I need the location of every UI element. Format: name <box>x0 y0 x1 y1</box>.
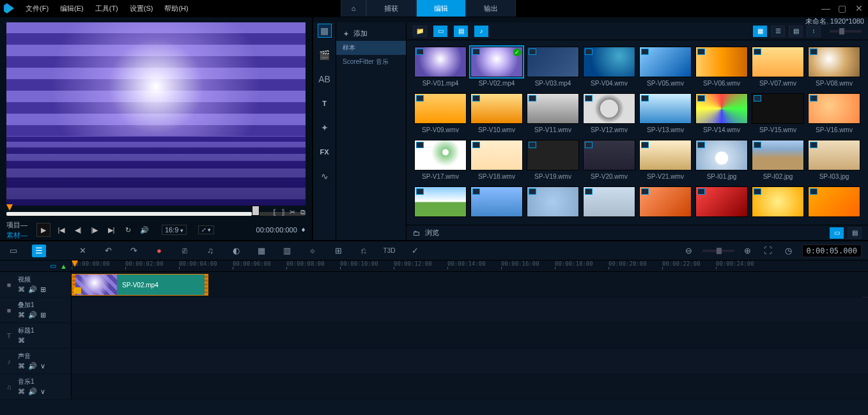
maximize-button[interactable]: ▢ <box>837 3 848 13</box>
clip-handle-right[interactable] <box>205 275 208 295</box>
zoom-in-button[interactable]: ⊕ <box>741 245 755 257</box>
transition-tool[interactable]: AB <box>318 72 332 86</box>
audio-mixer-button[interactable]: ⎚ <box>178 245 192 257</box>
menu-file[interactable]: 文件(F) <box>26 4 49 13</box>
aspect-ratio-selector[interactable]: 16:9 ▾ <box>162 225 187 235</box>
track-ctrl[interactable]: ∨ <box>40 362 45 370</box>
preview-timecode[interactable]: 00:00:00:000 ♦ <box>256 226 306 234</box>
browse-icon[interactable]: 🗀 <box>413 229 420 237</box>
minimize-button[interactable]: — <box>821 3 831 13</box>
media-thumb[interactable]: SP-V21.wmv <box>639 140 692 180</box>
show-timeline-button[interactable]: ▭ <box>830 227 844 239</box>
track-ctrl[interactable]: ⌘ <box>18 311 25 319</box>
preview-viewport[interactable] <box>6 22 306 206</box>
browse-label[interactable]: 浏览 <box>425 228 439 238</box>
track-lane[interactable] <box>72 298 868 322</box>
show-lib-button[interactable]: ▤ <box>848 227 862 239</box>
add-category-button[interactable]: ＋添加 <box>336 26 406 41</box>
tab-home[interactable]: ⌂ <box>341 0 366 17</box>
3d-button[interactable]: T3D <box>382 245 396 257</box>
track-ctrl[interactable]: ⌘ <box>18 362 25 370</box>
media-thumb[interactable] <box>639 186 692 220</box>
title-tool[interactable]: T <box>318 96 332 110</box>
category-scorefitter[interactable]: ScoreFitter 音乐 <box>336 55 406 69</box>
media-thumb[interactable]: SP-V13.wmv <box>639 93 692 133</box>
motion-button[interactable]: ✓ <box>408 245 422 257</box>
graphic-tool[interactable]: ✦ <box>318 121 332 135</box>
prev-frame-button[interactable]: ◀| <box>72 224 84 236</box>
media-thumb[interactable]: SP-V17.wmv <box>414 140 467 180</box>
timeline-timecode[interactable]: 0:00:05.000 <box>802 245 862 257</box>
media-thumb[interactable]: SP-V11.wmv <box>527 93 579 133</box>
mode-project[interactable]: 项目— <box>6 220 27 230</box>
track-header[interactable]: ■视频⌘🔊⊞ <box>0 272 72 297</box>
media-thumb[interactable] <box>583 186 635 220</box>
track-ctrl[interactable]: 🔊 <box>28 311 37 319</box>
mark-out-icon[interactable]: ⟧ <box>281 208 284 216</box>
tab-capture[interactable]: 捕获 <box>366 0 416 17</box>
track-lane[interactable] <box>72 349 868 374</box>
split-icon[interactable]: ✂ <box>290 208 295 216</box>
track-ctrl[interactable]: 🔊 <box>28 285 37 294</box>
ruler-expand-icon[interactable]: ▲ <box>60 262 67 270</box>
next-frame-button[interactable]: |▶ <box>89 224 100 236</box>
mark-in-icon[interactable]: ⟦ <box>273 208 276 216</box>
panel-grip[interactable] <box>313 17 868 22</box>
media-thumb[interactable]: SP-V12.wmv <box>583 93 635 133</box>
track-ctrl[interactable]: ⊞ <box>40 311 46 319</box>
ruler-toggle-icon[interactable]: ▭ <box>50 262 56 270</box>
fit-button[interactable]: ⛶ <box>761 245 775 257</box>
subtitle-button[interactable]: ⟐ <box>306 245 320 257</box>
track-ctrl[interactable]: ⊞ <box>40 285 46 294</box>
scrub-start-marker[interactable] <box>6 204 13 211</box>
media-thumb[interactable]: SP-V08.wmv <box>808 47 860 87</box>
chapter-button[interactable]: ▥ <box>280 245 294 257</box>
thumb-size-slider[interactable] <box>830 30 862 33</box>
track-ctrl[interactable]: 🔊 <box>28 362 37 370</box>
media-thumb[interactable] <box>695 186 748 220</box>
instant-project-tool[interactable]: 🎬 <box>318 48 332 62</box>
media-thumb[interactable] <box>527 186 579 220</box>
storyboard-view-button[interactable]: ▭ <box>6 245 20 257</box>
goto-start-button[interactable]: |◀ <box>56 224 67 236</box>
media-thumb[interactable] <box>752 186 804 220</box>
track-lane[interactable] <box>72 323 868 348</box>
multicam-button[interactable]: ⊞ <box>331 245 345 257</box>
scrub-handle[interactable] <box>252 206 260 216</box>
track-manager-button[interactable]: ▦ <box>254 245 268 257</box>
view-detail-button[interactable]: ▤ <box>789 26 803 37</box>
media-thumb[interactable]: SP-V06.wmv <box>695 47 748 87</box>
scrub-bar[interactable]: ⟦ ⟧ ✂ ⧉ <box>6 208 306 220</box>
menu-tools[interactable]: 工具(T) <box>95 4 118 13</box>
filter-video-button[interactable]: ▭ <box>433 26 447 37</box>
filter-tool[interactable]: FX <box>318 145 332 159</box>
media-thumb[interactable]: SP-V04.wmv <box>583 47 635 87</box>
sort-button[interactable]: ↕ <box>807 26 821 37</box>
media-thumb[interactable]: SP-V01.mp4 <box>414 47 467 87</box>
loop-button[interactable]: ↻ <box>122 224 134 236</box>
track-header[interactable]: T标题1⌘ <box>0 323 72 348</box>
import-button[interactable]: 📁 <box>413 26 427 37</box>
track-ctrl[interactable]: ⌘ <box>18 285 25 294</box>
tab-output[interactable]: 输出 <box>466 0 516 17</box>
filter-photo-button[interactable]: ▤ <box>454 26 468 37</box>
record-button[interactable]: ● <box>152 245 166 257</box>
track-ctrl[interactable]: ⌘ <box>18 336 25 345</box>
marker-button[interactable]: ◐ <box>229 245 243 257</box>
track-header[interactable]: ♫音乐1⌘🔊∨ <box>0 374 72 399</box>
auto-music-button[interactable]: ♫ <box>203 245 217 257</box>
undo-button[interactable]: ↶ <box>101 245 115 257</box>
redo-button[interactable]: ↷ <box>127 245 141 257</box>
track-header[interactable]: ♪声音⌘🔊∨ <box>0 349 72 374</box>
track-ctrl[interactable]: ∨ <box>40 388 45 396</box>
resize-selector[interactable]: ⤢ ▾ <box>198 225 215 234</box>
menu-settings[interactable]: 设置(S) <box>130 4 153 13</box>
media-thumb[interactable]: SP-I02.jpg <box>752 140 804 180</box>
track-ctrl[interactable]: ⌘ <box>18 388 25 396</box>
media-thumb[interactable]: SP-I03.jpg <box>808 140 860 180</box>
view-thumb-button[interactable]: ▦ <box>753 26 767 37</box>
media-thumb[interactable]: SP-V19.wmv <box>527 140 579 180</box>
track-lane[interactable]: SP-V02.mp4 <box>72 272 868 297</box>
close-button[interactable]: ✕ <box>854 3 864 13</box>
media-thumb[interactable]: SP-I01.jpg <box>695 140 748 180</box>
